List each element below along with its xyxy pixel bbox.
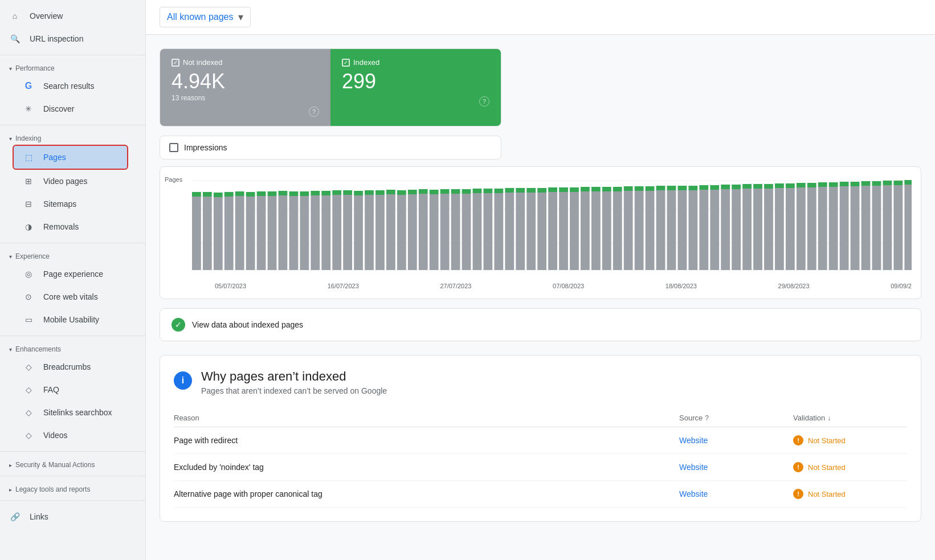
svg-rect-51 — [419, 189, 428, 194]
legacy-section[interactable]: ▸ Legacy tools and reports — [0, 481, 145, 496]
chart-y-label: Pages — [165, 176, 182, 183]
sidebar-item-video-pages[interactable]: ⊞ Video pages — [0, 170, 136, 193]
impressions-checkbox[interactable] — [169, 143, 178, 152]
svg-rect-14 — [224, 197, 234, 270]
sidebar-item-url-inspection[interactable]: 🔍 URL inspection — [0, 27, 136, 50]
chart-area: 6K 4K 2K 0 — [192, 176, 912, 289]
indexed-card: ✓ Indexed 299 ? — [330, 49, 501, 126]
experience-section[interactable]: ▾ Experience — [0, 248, 145, 263]
svg-rect-92 — [646, 191, 655, 270]
sidebar-item-search-results[interactable]: G Search results — [0, 75, 136, 97]
sidebar-item-sitemaps[interactable]: ⊟ Sitemaps — [0, 193, 136, 215]
indexed-help-icon[interactable]: ? — [479, 96, 489, 107]
svg-rect-130 — [851, 186, 860, 270]
table-row[interactable]: Alternative page with proper canonical t… — [174, 481, 907, 508]
reason-header-label: Reason — [174, 414, 199, 422]
sidebar-item-overview[interactable]: ⌂ Overview — [0, 5, 136, 27]
info-icon: i — [174, 371, 192, 390]
svg-rect-91 — [635, 186, 644, 191]
svg-rect-96 — [667, 190, 676, 270]
svg-rect-84 — [602, 191, 611, 270]
view-indexed-card[interactable]: ✓ View data about indexed pages — [160, 308, 921, 341]
videos-icon: ◇ — [23, 430, 34, 441]
removals-label: Removals — [43, 222, 79, 231]
sidebar-item-mobile-usability[interactable]: ▭ Mobile Usability — [0, 308, 136, 331]
svg-rect-16 — [235, 196, 244, 270]
svg-rect-75 — [548, 187, 557, 192]
svg-rect-102 — [699, 190, 708, 270]
sidebar-overview-label: Overview — [30, 11, 63, 21]
row-2-source: Website — [679, 489, 793, 498]
chevron-icon: ▾ — [9, 66, 12, 72]
svg-rect-118 — [786, 188, 795, 270]
videos-label: Videos — [43, 431, 68, 440]
svg-rect-111 — [742, 184, 752, 189]
sidebar-item-faq[interactable]: ◇ FAQ — [0, 378, 136, 401]
sitemaps-label: Sitemaps — [43, 199, 76, 209]
sidebar-item-pages[interactable]: ⬚ Pages — [14, 146, 127, 169]
svg-rect-28 — [300, 196, 309, 270]
pages-dropdown[interactable]: All known pages ▾ — [160, 7, 251, 27]
svg-rect-66 — [505, 193, 514, 270]
sitelinks-icon: ◇ — [23, 407, 34, 418]
not-indexed-checkbox[interactable]: ✓ — [172, 59, 179, 67]
faq-label: FAQ — [43, 385, 59, 394]
chevron-icon-security: ▸ — [9, 462, 12, 468]
indexed-footer: ? — [342, 96, 489, 107]
sidebar-item-core-web-vitals[interactable]: ⊙ Core web vitals — [0, 285, 136, 308]
breadcrumbs-label: Breadcrumbs — [43, 362, 91, 371]
svg-rect-139 — [893, 181, 903, 185]
home-icon: ⌂ — [9, 10, 21, 22]
sidebar-item-breadcrumbs[interactable]: ◇ Breadcrumbs — [0, 355, 136, 378]
sidebar: ⌂ Overview 🔍 URL inspection ▾ Performanc… — [0, 0, 146, 560]
svg-rect-74 — [548, 192, 557, 270]
content-area: ✓ Not indexed 4.94K 13 reasons ? ✓ Index… — [146, 35, 935, 545]
sidebar-item-sitelinks[interactable]: ◇ Sitelinks searchbox — [0, 401, 136, 424]
mobile-usability-icon: ▭ — [23, 314, 34, 325]
svg-rect-136 — [883, 185, 892, 270]
sidebar-item-videos[interactable]: ◇ Videos — [0, 424, 136, 447]
svg-rect-113 — [753, 184, 762, 189]
svg-rect-112 — [753, 189, 762, 270]
svg-rect-49 — [408, 190, 417, 194]
svg-rect-24 — [279, 195, 288, 270]
core-web-vitals-label: Core web vitals — [43, 292, 98, 301]
svg-rect-12 — [214, 197, 223, 270]
sidebar-item-links[interactable]: 🔗 Links — [0, 505, 136, 528]
svg-rect-35 — [332, 190, 341, 195]
svg-rect-67 — [505, 188, 514, 193]
sidebar-item-page-experience[interactable]: ◎ Page experience — [0, 263, 136, 285]
sidebar-item-discover[interactable]: ✳ Discover — [0, 97, 136, 120]
core-web-vitals-icon: ⊙ — [23, 291, 34, 303]
table-row[interactable]: Page with redirect Website ! Not Started — [174, 427, 907, 454]
performance-section[interactable]: ▾ Performance — [0, 60, 145, 75]
svg-rect-83 — [591, 187, 601, 191]
svg-rect-10 — [203, 197, 212, 270]
svg-rect-135 — [872, 181, 881, 186]
svg-rect-65 — [494, 189, 503, 193]
why-section: i Why pages aren’t indexed Pages that ar… — [160, 355, 921, 522]
validation-col-header[interactable]: Validation ↓ — [793, 414, 907, 422]
svg-rect-54 — [440, 194, 450, 270]
svg-rect-39 — [354, 191, 363, 195]
svg-rect-13 — [214, 193, 223, 197]
table-row[interactable]: Excluded by 'noindex' tag Website ! Not … — [174, 454, 907, 481]
indexed-checkbox[interactable]: ✓ — [342, 59, 350, 67]
row-2-reason: Alternative page with proper canonical t… — [174, 489, 679, 498]
security-section[interactable]: ▸ Security & Manual Actions — [0, 456, 145, 471]
svg-rect-34 — [332, 195, 341, 270]
svg-rect-52 — [430, 194, 439, 270]
svg-rect-108 — [732, 189, 741, 270]
reason-col-header: Reason — [174, 414, 679, 422]
source-col-header[interactable]: Source ? — [679, 414, 793, 422]
svg-rect-120 — [797, 187, 806, 270]
indexing-section[interactable]: ▾ Indexing — [0, 130, 145, 145]
svg-rect-80 — [581, 191, 590, 270]
svg-rect-87 — [613, 187, 622, 191]
svg-rect-99 — [678, 186, 687, 190]
enhancements-section[interactable]: ▾ Enhancements — [0, 341, 145, 355]
sidebar-item-removals[interactable]: ◑ Removals — [0, 215, 136, 238]
not-indexed-help-icon[interactable]: ? — [309, 107, 319, 117]
svg-rect-37 — [343, 190, 352, 195]
svg-rect-48 — [408, 194, 417, 270]
